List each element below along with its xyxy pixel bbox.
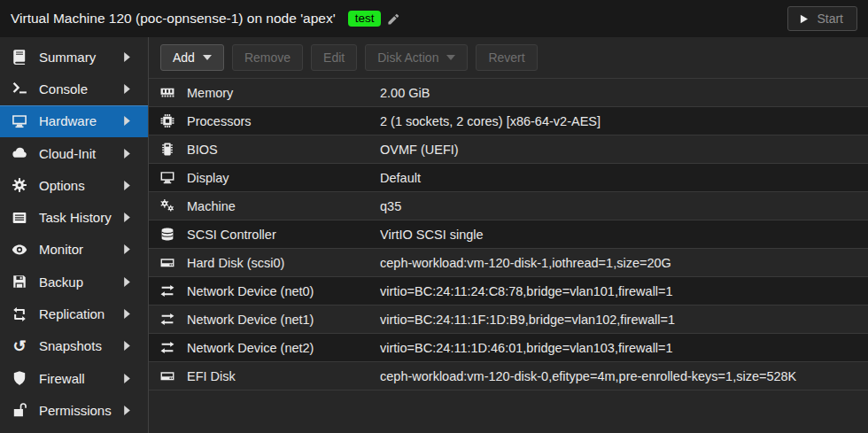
terminal-icon <box>12 81 27 97</box>
retweet-icon <box>12 306 27 322</box>
hardware-row-network-device-net0[interactable]: Network Device (net0) virtio=BC:24:11:24… <box>149 277 868 305</box>
desktop-icon <box>12 113 27 129</box>
hardware-row-value: virtio=BC:24:11:1D:46:01,bridge=vlan103,… <box>380 341 868 355</box>
hardware-row-label: SCSI Controller <box>187 228 380 242</box>
floppy-icon <box>12 274 27 290</box>
hardware-row-value: VirtIO SCSI single <box>380 228 868 242</box>
chevron-right-icon <box>124 244 130 254</box>
toolbar-button-label: Revert <box>488 50 524 65</box>
toolbar: Add Remove Edit Disk Action Revert <box>149 37 868 78</box>
sidebar: Summary Console Hardware Cloud-Init Opti… <box>0 37 149 433</box>
exchange-icon <box>159 283 175 298</box>
hardware-row-display[interactable]: Display Default <box>149 164 868 192</box>
sidebar-item-snapshots[interactable]: ↺ Snapshots <box>0 330 148 362</box>
chevron-right-icon <box>124 406 130 415</box>
chevron-right-icon <box>124 374 130 383</box>
hardware-row-label: Display <box>187 171 380 185</box>
hardware-row-scsi-controller[interactable]: SCSI Controller VirtIO SCSI single <box>149 220 868 249</box>
gear-icon <box>12 177 27 193</box>
hardware-row-label: Network Device (net0) <box>187 284 380 298</box>
pencil-icon[interactable] <box>387 12 400 26</box>
sidebar-item-label: Summary <box>39 50 96 65</box>
sidebar-item-label: Cloud-Init <box>39 146 96 161</box>
header: Virtual Machine 120 (poc-opnsense-1) on … <box>0 0 868 37</box>
hdd-icon <box>159 368 175 383</box>
toolbar-button-label: Add <box>173 50 195 65</box>
sidebar-item-summary[interactable]: Summary <box>0 41 148 73</box>
chevron-right-icon <box>124 52 130 62</box>
hardware-table: Memory 2.00 GiB Processors 2 (1 sockets,… <box>149 78 868 390</box>
sidebar-item-label: Console <box>39 81 88 97</box>
sidebar-item-cloud-init[interactable]: Cloud-Init <box>0 137 148 169</box>
sidebar-item-label: Firewall <box>39 371 85 386</box>
sidebar-item-label: Replication <box>39 306 105 321</box>
unlock-icon <box>12 402 27 418</box>
hardware-row-label: Processors <box>187 114 380 128</box>
hardware-row-label: Machine <box>187 199 380 213</box>
shield-icon <box>12 370 27 386</box>
remove-button[interactable]: Remove <box>232 44 303 71</box>
hardware-row-memory[interactable]: Memory 2.00 GiB <box>149 79 868 107</box>
hardware-row-value: 2.00 GiB <box>380 86 868 100</box>
revert-button[interactable]: Revert <box>476 44 537 71</box>
hardware-row-value: 2 (1 sockets, 2 cores) [x86-64-v2-AES] <box>380 114 868 128</box>
hardware-row-label: Memory <box>187 86 380 100</box>
desktop-icon <box>159 170 175 185</box>
hardware-row-processors[interactable]: Processors 2 (1 sockets, 2 cores) [x86-6… <box>149 107 868 135</box>
toolbar-button-label: Disk Action <box>377 50 438 65</box>
toolbar-button-label: Edit <box>323 50 345 65</box>
main-panel: Add Remove Edit Disk Action Revert Memor… <box>149 37 868 433</box>
hardware-row-bios[interactable]: BIOS OVMF (UEFI) <box>149 135 868 164</box>
chevron-right-icon <box>124 309 130 319</box>
hardware-row-label: Network Device (net1) <box>187 313 380 327</box>
sidebar-item-label: Task History <box>39 210 112 225</box>
book-icon <box>12 49 27 65</box>
exchange-icon <box>159 312 175 327</box>
start-button-label: Start <box>817 12 843 26</box>
sidebar-item-console[interactable]: Console <box>0 73 148 104</box>
hardware-row-network-device-net2[interactable]: Network Device (net2) virtio=BC:24:11:1D… <box>149 334 868 362</box>
chevron-right-icon <box>124 341 130 351</box>
hardware-row-network-device-net1[interactable]: Network Device (net1) virtio=BC:24:11:1F… <box>149 305 868 334</box>
edit-button[interactable]: Edit <box>311 44 357 71</box>
add-button[interactable]: Add <box>160 44 224 71</box>
hardware-row-value: ceph-workload:vm-120-disk-0,efitype=4m,p… <box>380 369 868 383</box>
start-button[interactable]: Start <box>787 6 857 31</box>
hardware-row-label: BIOS <box>187 143 380 157</box>
chevron-down-icon <box>446 55 455 60</box>
sidebar-item-label: Hardware <box>39 113 97 128</box>
sidebar-item-firewall[interactable]: Firewall <box>0 362 148 394</box>
sidebar-item-label: Permissions <box>39 403 112 418</box>
eye-icon <box>12 242 27 258</box>
hardware-row-label: Hard Disk (scsi0) <box>187 256 380 270</box>
toolbar-button-label: Remove <box>244 50 291 65</box>
database-icon <box>159 227 175 242</box>
sidebar-item-label: Monitor <box>39 242 83 257</box>
hardware-row-value: Default <box>380 171 868 185</box>
cloud-icon <box>12 145 27 161</box>
hardware-row-machine[interactable]: Machine q35 <box>149 192 868 220</box>
chevron-right-icon <box>124 277 130 287</box>
page-title: Virtual Machine 120 (poc-opnsense-1) on … <box>11 11 336 27</box>
hardware-row-hard-disk-scsi0[interactable]: Hard Disk (scsi0) ceph-workload:vm-120-d… <box>149 249 868 277</box>
sidebar-item-backup[interactable]: Backup <box>0 266 148 298</box>
sidebar-item-options[interactable]: Options <box>0 169 148 201</box>
hardware-row-value: virtio=BC:24:11:1F:1D:B9,bridge=vlan102,… <box>380 313 868 327</box>
hardware-row-label: EFI Disk <box>187 369 380 383</box>
chevron-right-icon <box>124 149 130 159</box>
content-body: Summary Console Hardware Cloud-Init Opti… <box>0 37 868 433</box>
vm-tag: test <box>348 11 382 27</box>
sidebar-item-monitor[interactable]: Monitor <box>0 234 148 266</box>
sidebar-item-label: Options <box>39 178 85 193</box>
sidebar-item-task-history[interactable]: Task History <box>0 201 148 233</box>
sidebar-item-hardware[interactable]: Hardware <box>0 105 148 137</box>
sidebar-item-permissions[interactable]: Permissions <box>0 394 148 426</box>
hardware-row-value: virtio=BC:24:11:24:C8:78,bridge=vlan101,… <box>380 284 868 298</box>
cpu-icon <box>159 113 175 128</box>
sidebar-item-label: Snapshots <box>39 338 102 353</box>
chevron-down-icon <box>203 55 212 60</box>
hardware-row-efi-disk[interactable]: EFI Disk ceph-workload:vm-120-disk-0,efi… <box>149 362 868 390</box>
chevron-right-icon <box>124 116 130 126</box>
sidebar-item-replication[interactable]: Replication <box>0 298 148 329</box>
disk-action-button[interactable]: Disk Action <box>365 44 468 71</box>
